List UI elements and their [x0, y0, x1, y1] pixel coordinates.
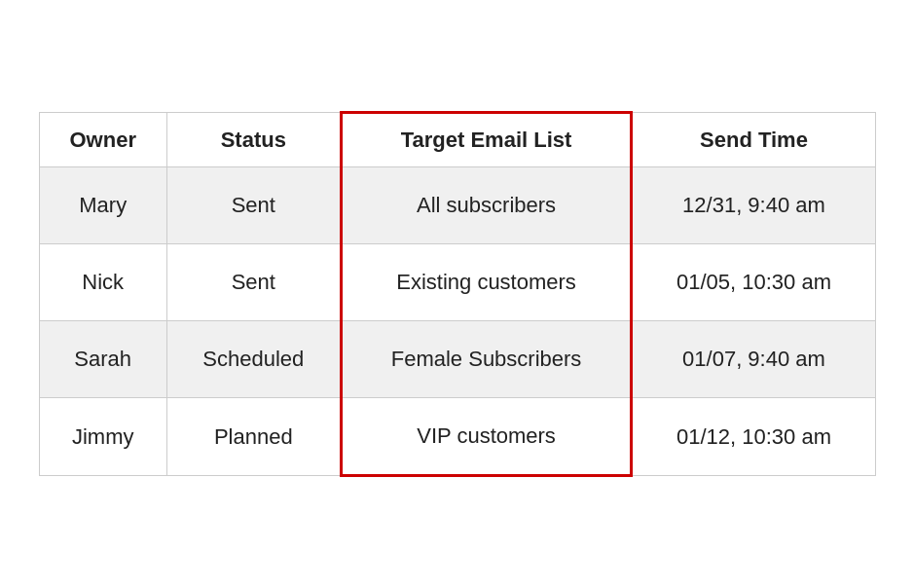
- cell-owner: Mary: [39, 167, 166, 244]
- col-header-owner: Owner: [39, 113, 166, 167]
- table-row: Jimmy Planned VIP customers 01/12, 10:30…: [39, 398, 875, 476]
- table-row: Nick Sent Existing customers 01/05, 10:3…: [39, 244, 875, 321]
- col-header-status: Status: [166, 113, 341, 167]
- cell-send-time: 01/12, 10:30 am: [632, 398, 875, 476]
- cell-status: Sent: [166, 244, 341, 321]
- cell-target: All subscribers: [341, 167, 632, 244]
- cell-owner: Jimmy: [39, 398, 166, 476]
- cell-send-time: 12/31, 9:40 am: [632, 167, 875, 244]
- cell-target: Female Subscribers: [341, 321, 632, 398]
- cell-send-time: 01/05, 10:30 am: [632, 244, 875, 321]
- col-header-send-time: Send Time: [632, 113, 875, 167]
- cell-status: Scheduled: [166, 321, 341, 398]
- table-header-row: Owner Status Target Email List Send Time: [39, 113, 875, 167]
- cell-status: Planned: [166, 398, 341, 476]
- cell-target: VIP customers: [341, 398, 632, 476]
- cell-status: Sent: [166, 167, 341, 244]
- col-header-target: Target Email List: [341, 113, 632, 167]
- cell-owner: Sarah: [39, 321, 166, 398]
- table-row: Mary Sent All subscribers 12/31, 9:40 am: [39, 167, 875, 244]
- cell-send-time: 01/07, 9:40 am: [632, 321, 875, 398]
- email-campaign-table: Owner Status Target Email List Send Time…: [39, 111, 876, 477]
- cell-target: Existing customers: [341, 244, 632, 321]
- table-wrapper: Owner Status Target Email List Send Time…: [39, 111, 876, 477]
- cell-owner: Nick: [39, 244, 166, 321]
- table-row: Sarah Scheduled Female Subscribers 01/07…: [39, 321, 875, 398]
